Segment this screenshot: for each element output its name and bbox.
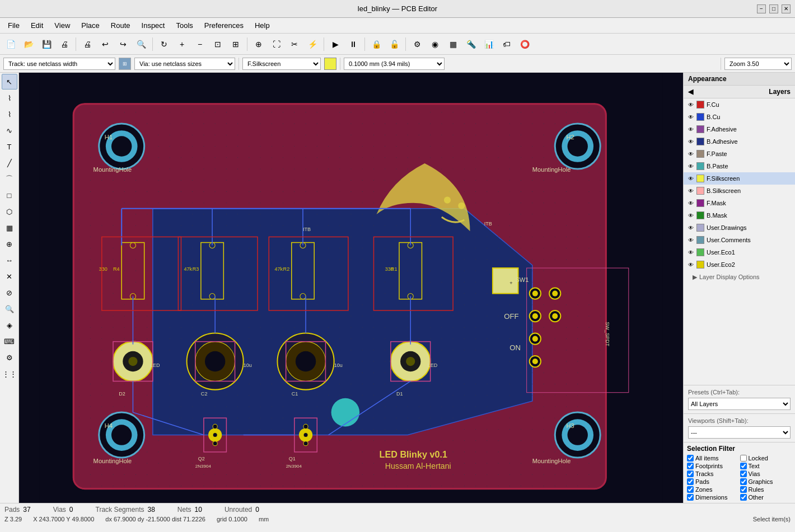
track-icon[interactable]: ⊞ [119, 58, 131, 70]
layer-item-b-paste[interactable]: 👁 B.Paste [684, 160, 795, 172]
menu-item-preferences[interactable]: Preferences [199, 20, 249, 31]
layer-item-user-eco2[interactable]: 👁 User.Eco2 [684, 258, 795, 271]
menu-item-tools[interactable]: Tools [170, 20, 198, 31]
viewports-select[interactable]: --- [688, 426, 791, 439]
filter-cb-2[interactable] [687, 463, 694, 469]
layer-eye-3[interactable]: 👁 [687, 138, 695, 145]
rect-tool[interactable]: □ [2, 187, 17, 203]
layer-display-options[interactable]: ▶ Layer Display Options [684, 271, 795, 283]
delete-tool[interactable]: ✕ [2, 269, 17, 284]
route-track-tool[interactable]: ⌇ [2, 90, 17, 106]
unlock-button[interactable]: 🔓 [386, 36, 403, 52]
menu-item-route[interactable]: Route [105, 20, 136, 31]
layer-select[interactable]: F.Silkscreen [242, 58, 321, 70]
route-diff-tool[interactable]: ⌇ [2, 106, 17, 122]
filter-cb-3[interactable] [740, 463, 747, 469]
canvas-area[interactable]: MountingHole H1 MountingHole H2 Mounting… [19, 73, 683, 503]
layer-eye-8[interactable]: 👁 [687, 199, 695, 207]
resolution-select[interactable]: 0.1000 mm (3.94 mils) [344, 58, 445, 70]
refresh-button[interactable]: ↻ [156, 36, 172, 52]
add-text-tool[interactable]: T [2, 139, 17, 154]
layer-item-user-drawings[interactable]: 👁 User.Drawings [684, 222, 795, 234]
layer-item-b-silkscreen[interactable]: 👁 B.Silkscreen [684, 185, 795, 197]
route-button[interactable]: ⛶ [268, 36, 285, 52]
select-tool[interactable]: ↖ [2, 74, 17, 90]
menu-item-view[interactable]: View [49, 20, 76, 31]
restore-button[interactable]: □ [769, 4, 778, 13]
layer-item-f-cu[interactable]: 👁 F.Cu [684, 98, 795, 111]
polygon-tool[interactable]: ⬡ [2, 204, 17, 219]
menu-item-edit[interactable]: Edit [25, 20, 49, 31]
pcb-canvas[interactable]: MountingHole H1 MountingHole H2 Mounting… [19, 73, 683, 503]
new-button[interactable]: 📄 [2, 36, 19, 52]
zoom-select[interactable]: Zoom 3.50 [724, 58, 792, 70]
save-button[interactable]: 💾 [38, 36, 55, 52]
filter-cb-9[interactable] [740, 486, 747, 493]
print-preview-button[interactable]: 🖨 [79, 36, 96, 52]
drc-button[interactable]: ⭕ [516, 36, 533, 52]
layer-item-f-paste[interactable]: 👁 F.Paste [684, 148, 795, 160]
minimize-button[interactable]: − [757, 4, 766, 13]
layer-eye-2[interactable]: 👁 [687, 125, 695, 133]
filter-cb-7[interactable] [740, 478, 747, 485]
rule-area-tool[interactable]: ⊘ [2, 285, 17, 300]
layer-eye-1[interactable]: 👁 [687, 113, 695, 121]
settings-button[interactable]: ⚙ [409, 36, 425, 52]
menu-item-file[interactable]: File [2, 20, 25, 31]
3d-view-tool[interactable]: ◈ [2, 317, 17, 333]
menu-item-inspect[interactable]: Inspect [136, 20, 171, 31]
draw-line-tool[interactable]: ╱ [2, 155, 17, 171]
flashlight-button[interactable]: 🔦 [462, 36, 479, 52]
zoom-area-button[interactable]: ⊞ [227, 36, 244, 52]
layer-item-f-mask[interactable]: 👁 F.Mask [684, 197, 795, 209]
filter-cb-6[interactable] [687, 478, 694, 485]
filter-cb-4[interactable] [687, 470, 694, 477]
layer-eye-9[interactable]: 👁 [687, 211, 695, 219]
redo-button[interactable]: ↪ [115, 36, 132, 52]
zoom-fit-button[interactable]: ⊡ [209, 36, 226, 52]
track-width-select[interactable]: Track: use netclass width [3, 58, 115, 70]
layer-eye-13[interactable]: 👁 [687, 261, 695, 269]
layer-eye-6[interactable]: 👁 [687, 175, 695, 182]
layer-eye-10[interactable]: 👁 [687, 224, 695, 232]
layer-item-f-adhesive[interactable]: 👁 F.Adhesive [684, 123, 795, 135]
scripting-tool[interactable]: ⌨ [2, 333, 17, 349]
zoom-in-button[interactable]: + [174, 36, 190, 52]
zoom-center-button[interactable]: ⊕ [250, 36, 267, 52]
layer-eye-7[interactable]: 👁 [687, 187, 695, 195]
layer-item-user-comments[interactable]: 👁 User.Comments [684, 234, 795, 246]
play-button[interactable]: ▶ [327, 36, 344, 52]
layer-item-b-mask[interactable]: 👁 B.Mask [684, 209, 795, 222]
filter-cb-0[interactable] [687, 455, 694, 462]
zone-tool[interactable]: ▦ [2, 220, 17, 236]
pause-button[interactable]: ⏸ [345, 36, 362, 52]
menu-item-place[interactable]: Place [76, 20, 105, 31]
inspect-tool[interactable]: 🔍 [2, 301, 17, 317]
layer-eye-12[interactable]: 👁 [687, 248, 695, 256]
via-button[interactable]: ◉ [427, 36, 443, 52]
settings-tool[interactable]: ⚙ [2, 350, 17, 365]
open-button[interactable]: 📂 [20, 36, 37, 52]
back-arrow[interactable]: ◀ [688, 88, 693, 96]
search-button[interactable]: 🔍 [133, 36, 149, 52]
undo-button[interactable]: ↩ [97, 36, 114, 52]
filter-cb-11[interactable] [740, 494, 747, 501]
layer-item-b-adhesive[interactable]: 👁 B.Adhesive [684, 135, 795, 148]
length-tune-tool[interactable]: ∿ [2, 123, 17, 138]
grid-set-tool[interactable]: ⋮⋮ [2, 366, 17, 382]
layer-eye-5[interactable]: 👁 [687, 162, 695, 170]
layer-eye-11[interactable]: 👁 [687, 236, 695, 244]
layer-item-f-silkscreen[interactable]: 👁 F.Silkscreen [684, 172, 795, 185]
fill-button[interactable]: ▦ [445, 36, 461, 52]
layer-item-b-cu[interactable]: 👁 B.Cu [684, 111, 795, 123]
filter-cb-10[interactable] [687, 494, 694, 501]
annotate-button[interactable]: 🏷 [498, 36, 515, 52]
lock-button[interactable]: 🔒 [368, 36, 385, 52]
filter-cb-5[interactable] [740, 470, 747, 477]
report-button[interactable]: 📊 [480, 36, 497, 52]
zoom-out-button[interactable]: − [191, 36, 208, 52]
layer-item-user-eco1[interactable]: 👁 User.Eco1 [684, 246, 795, 258]
layer-eye-0[interactable]: 👁 [687, 101, 695, 109]
filter-cb-1[interactable] [740, 455, 747, 462]
arc-tool[interactable]: ⌒ [2, 171, 17, 187]
